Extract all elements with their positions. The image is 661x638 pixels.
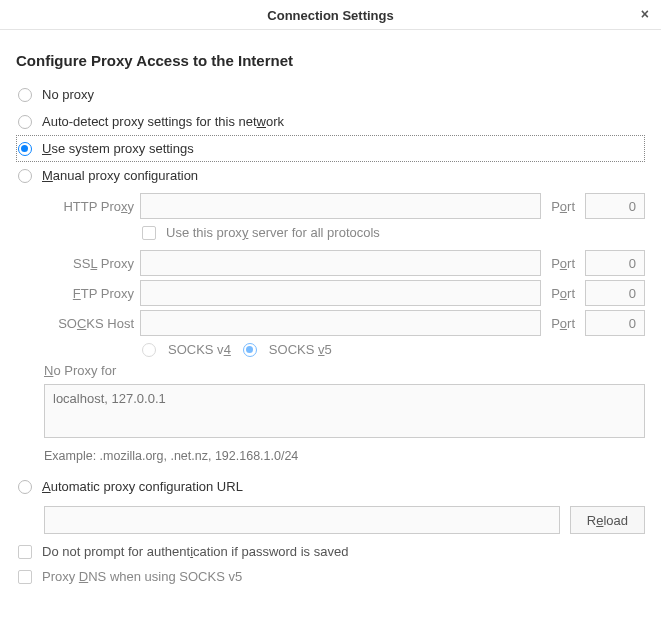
proxy-dns-socks5-label: Proxy DNS when using SOCKS v5 [42, 569, 242, 584]
ftp-proxy-input[interactable] [140, 280, 541, 306]
use-all-protocols[interactable]: Use this proxy server for all protocols [142, 225, 645, 240]
option-use-system-label: Use system proxy settings [42, 141, 194, 156]
socks-v5-label[interactable]: SOCKS v5 [269, 342, 332, 357]
socks-port-input[interactable] [585, 310, 645, 336]
radio-icon [18, 142, 32, 156]
ftp-proxy-row: FTP Proxy Port [44, 280, 645, 306]
radio-icon [243, 343, 257, 357]
ftp-port-input[interactable] [585, 280, 645, 306]
pac-url-input[interactable] [44, 506, 560, 534]
option-auto-url-label: Automatic proxy configuration URL [42, 479, 243, 494]
http-port-input[interactable] [585, 193, 645, 219]
ftp-port-label: Port [547, 286, 579, 301]
no-auth-prompt[interactable]: Do not prompt for authentication if pass… [18, 544, 643, 559]
option-use-system[interactable]: Use system proxy settings [16, 135, 645, 162]
no-proxy-example: Example: .mozilla.org, .net.nz, 192.168.… [44, 449, 645, 463]
radio-icon [18, 480, 32, 494]
option-auto-url[interactable]: Automatic proxy configuration URL [16, 473, 645, 500]
close-icon[interactable]: × [641, 7, 649, 21]
no-proxy-block: No Proxy for Example: .mozilla.org, .net… [44, 363, 645, 463]
pac-row: Reload [44, 506, 645, 534]
option-manual-label: Manual proxy configuration [42, 168, 198, 183]
section-title: Configure Proxy Access to the Internet [16, 52, 645, 69]
no-proxy-label: No Proxy for [44, 363, 645, 378]
option-manual[interactable]: Manual proxy configuration [16, 162, 645, 189]
option-auto-detect[interactable]: Auto-detect proxy settings for this netw… [16, 108, 645, 135]
socks-host-row: SOCKS Host Port [44, 310, 645, 336]
reload-button[interactable]: Reload [570, 506, 645, 534]
socks-host-input[interactable] [140, 310, 541, 336]
radio-icon [18, 169, 32, 183]
radio-icon [142, 343, 156, 357]
http-proxy-input[interactable] [140, 193, 541, 219]
ssl-proxy-row: SSL Proxy Port [44, 250, 645, 276]
manual-block: HTTP Proxy Port Use this proxy server fo… [16, 193, 645, 463]
checkbox-icon [18, 545, 32, 559]
radio-icon [18, 115, 32, 129]
socks-version-row: SOCKS v4 SOCKS v5 [142, 342, 645, 357]
no-proxy-textarea[interactable] [44, 384, 645, 438]
http-proxy-label: HTTP Proxy [44, 199, 134, 214]
option-auto-detect-label: Auto-detect proxy settings for this netw… [42, 114, 284, 129]
socks-host-label: SOCKS Host [44, 316, 134, 331]
option-no-proxy[interactable]: No proxy [16, 81, 645, 108]
ssl-port-input[interactable] [585, 250, 645, 276]
http-proxy-row: HTTP Proxy Port [44, 193, 645, 219]
ftp-proxy-label: FTP Proxy [44, 286, 134, 301]
checkbox-icon [18, 570, 32, 584]
proxy-dns-socks5[interactable]: Proxy DNS when using SOCKS v5 [18, 569, 643, 584]
ssl-port-label: Port [547, 256, 579, 271]
radio-icon [18, 88, 32, 102]
titlebar: Connection Settings × [0, 0, 661, 30]
no-auth-prompt-label: Do not prompt for authentication if pass… [42, 544, 348, 559]
use-all-protocols-label: Use this proxy server for all protocols [166, 225, 380, 240]
checkbox-icon [142, 226, 156, 240]
http-port-label: Port [547, 199, 579, 214]
content: Configure Proxy Access to the Internet N… [0, 30, 661, 596]
socks-port-label: Port [547, 316, 579, 331]
socks-v4-label[interactable]: SOCKS v4 [168, 342, 231, 357]
ssl-proxy-label: SSL Proxy [44, 256, 134, 271]
dialog-title: Connection Settings [267, 8, 393, 23]
option-no-proxy-label: No proxy [42, 87, 94, 102]
ssl-proxy-input[interactable] [140, 250, 541, 276]
